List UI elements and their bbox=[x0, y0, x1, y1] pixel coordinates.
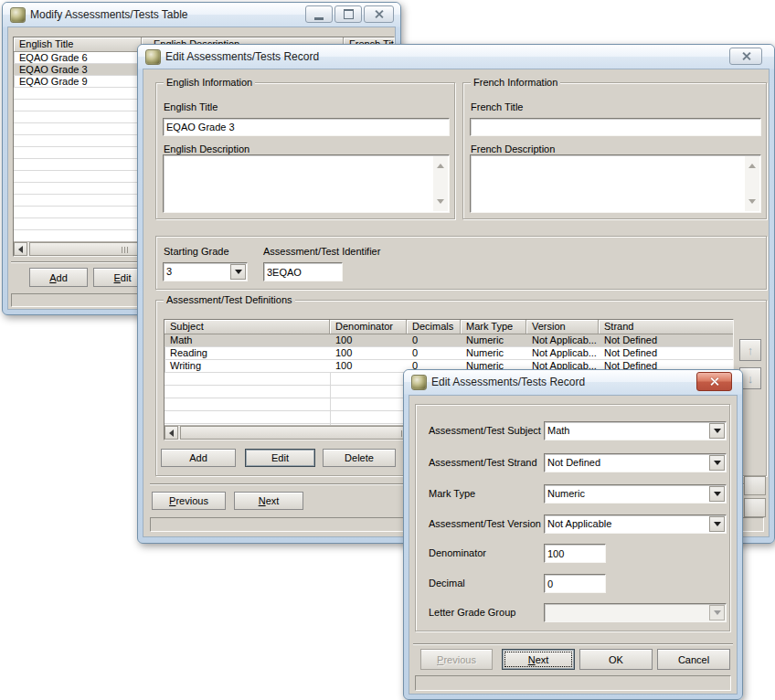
combo-drop-button[interactable] bbox=[230, 264, 246, 280]
scroll-up-icon bbox=[437, 160, 444, 168]
edit-definition-window: Edit Assessments/Tests Record Assessment… bbox=[403, 369, 743, 700]
move-up-button[interactable]: ↑ bbox=[739, 339, 761, 361]
chevron-down-icon bbox=[714, 522, 721, 530]
french-title-input[interactable] bbox=[470, 118, 761, 136]
combo-drop-button bbox=[709, 605, 725, 620]
definitions-delete-button[interactable]: Delete bbox=[323, 449, 396, 467]
window-title: Edit Assessments/Tests Record bbox=[165, 50, 319, 63]
decimal-label: Decimal bbox=[429, 578, 465, 589]
previous-button[interactable]: Previous bbox=[152, 492, 226, 510]
next-button[interactable]: Next bbox=[234, 492, 303, 510]
mark-type-combobox[interactable]: Numeric bbox=[544, 484, 727, 504]
scroll-left-icon bbox=[15, 246, 23, 253]
edit-record-titlebar[interactable]: Edit Assessments/Tests Record bbox=[138, 45, 774, 69]
letter-grade-combobox-disabled bbox=[544, 603, 727, 622]
app-icon bbox=[10, 7, 26, 23]
starting-grade-label: Starting Grade bbox=[164, 246, 229, 257]
textarea-scrollbar[interactable] bbox=[433, 156, 448, 211]
close-icon bbox=[709, 377, 719, 387]
combo-drop-button[interactable] bbox=[709, 486, 725, 502]
identifier-label: Assessment/Test Identifier bbox=[263, 246, 380, 257]
english-title-input[interactable] bbox=[163, 118, 450, 136]
column-header[interactable]: Mark Type bbox=[461, 320, 526, 334]
arrow-down-icon: ↓ bbox=[748, 372, 754, 386]
close-icon bbox=[374, 9, 384, 19]
chevron-down-icon bbox=[714, 610, 721, 619]
chevron-down-icon bbox=[714, 461, 721, 469]
scroll-up-icon bbox=[748, 160, 756, 168]
thumb-grip bbox=[122, 247, 129, 253]
english-title-label: English Title bbox=[164, 101, 218, 112]
chevron-down-icon bbox=[235, 270, 242, 278]
definition-fields-group: Assessment/Test Subject Math Assessment/… bbox=[415, 404, 730, 631]
button-fragment bbox=[744, 498, 766, 517]
mark-type-label: Mark Type bbox=[429, 488, 475, 499]
scroll-down-icon bbox=[748, 199, 756, 207]
scroll-left-button[interactable] bbox=[165, 426, 178, 440]
scroll-down-icon bbox=[437, 199, 444, 207]
denominator-input[interactable] bbox=[544, 544, 606, 563]
strand-label: Assessment/Test Strand bbox=[429, 457, 537, 468]
close-button[interactable] bbox=[729, 48, 762, 65]
add-button[interactable]: Add bbox=[29, 268, 88, 287]
definitions-edit-button[interactable]: Edit bbox=[245, 449, 315, 467]
subject-combobox[interactable]: Math bbox=[544, 421, 727, 440]
denominator-label: Denominator bbox=[429, 547, 486, 558]
scroll-left-icon bbox=[165, 430, 174, 437]
table-row[interactable]: Reading 100 0 Numeric Not Applicab... No… bbox=[165, 347, 733, 360]
column-header[interactable]: Subject bbox=[165, 320, 330, 334]
chevron-down-icon bbox=[714, 429, 721, 437]
minimize-icon bbox=[314, 17, 324, 20]
close-icon bbox=[741, 51, 751, 61]
textarea-scrollbar[interactable] bbox=[745, 156, 759, 211]
minimize-button[interactable] bbox=[305, 5, 333, 23]
french-description-label: French Description bbox=[471, 143, 555, 154]
close-button[interactable] bbox=[696, 372, 732, 391]
column-header[interactable]: Decimals bbox=[407, 320, 461, 334]
strand-combobox[interactable]: Not Defined bbox=[544, 453, 727, 472]
edit-definition-body: Assessment/Test Subject Math Assessment/… bbox=[409, 395, 738, 695]
table-row-selected[interactable]: Math 100 0 Numeric Not Applicab... Not D… bbox=[165, 334, 733, 347]
decimal-input[interactable] bbox=[544, 574, 606, 593]
combo-drop-button[interactable] bbox=[709, 516, 725, 532]
column-header[interactable]: Version bbox=[526, 320, 599, 334]
identifier-input[interactable] bbox=[263, 262, 343, 281]
starting-grade-panel: Starting Grade 3 Assessment/Test Identif… bbox=[155, 236, 767, 290]
french-title-label: French Title bbox=[471, 101, 523, 112]
column-header[interactable]: Strand bbox=[599, 320, 733, 334]
maximize-button[interactable] bbox=[334, 5, 362, 23]
column-header[interactable]: Denominator bbox=[330, 320, 407, 334]
close-button[interactable] bbox=[364, 5, 394, 23]
window-title: Edit Assessments/Tests Record bbox=[431, 376, 585, 388]
french-information-group: French Information French Title French D… bbox=[462, 82, 767, 219]
combo-drop-button[interactable] bbox=[709, 455, 725, 471]
subject-label: Assessment/Test Subject bbox=[429, 425, 541, 436]
edit-definition-titlebar[interactable]: Edit Assessments/Tests Record bbox=[404, 370, 742, 394]
scroll-left-button[interactable] bbox=[14, 242, 27, 256]
cancel-button[interactable]: Cancel bbox=[657, 649, 730, 670]
desktop: Modify Assessments/Tests Table English T… bbox=[0, 0, 775, 700]
app-icon bbox=[145, 49, 161, 65]
divider bbox=[413, 643, 733, 644]
ok-button[interactable]: OK bbox=[579, 649, 653, 670]
group-label: English Information bbox=[164, 77, 255, 89]
next-button[interactable]: Next bbox=[502, 649, 575, 670]
column-header[interactable]: English Title bbox=[14, 37, 142, 51]
group-label: French Information bbox=[471, 77, 560, 89]
chevron-down-icon bbox=[714, 492, 721, 500]
combo-drop-button[interactable] bbox=[709, 423, 725, 439]
english-information-group: English Information English Title Englis… bbox=[155, 82, 455, 219]
version-combobox[interactable]: Not Applicable bbox=[544, 514, 727, 534]
version-label: Assessment/Test Version bbox=[429, 518, 541, 529]
english-description-label: English Description bbox=[164, 143, 249, 154]
arrow-up-icon: ↑ bbox=[748, 344, 754, 357]
status-bar bbox=[415, 675, 731, 691]
column-gridline bbox=[330, 373, 331, 429]
app-icon bbox=[411, 375, 427, 390]
window-title: Modify Assessments/Tests Table bbox=[30, 8, 188, 21]
french-description-textarea[interactable] bbox=[470, 154, 761, 213]
definitions-add-button[interactable]: Add bbox=[161, 449, 236, 467]
previous-button-disabled: Previous bbox=[420, 649, 493, 670]
starting-grade-combobox[interactable]: 3 bbox=[163, 262, 248, 281]
english-description-textarea[interactable] bbox=[163, 154, 450, 213]
